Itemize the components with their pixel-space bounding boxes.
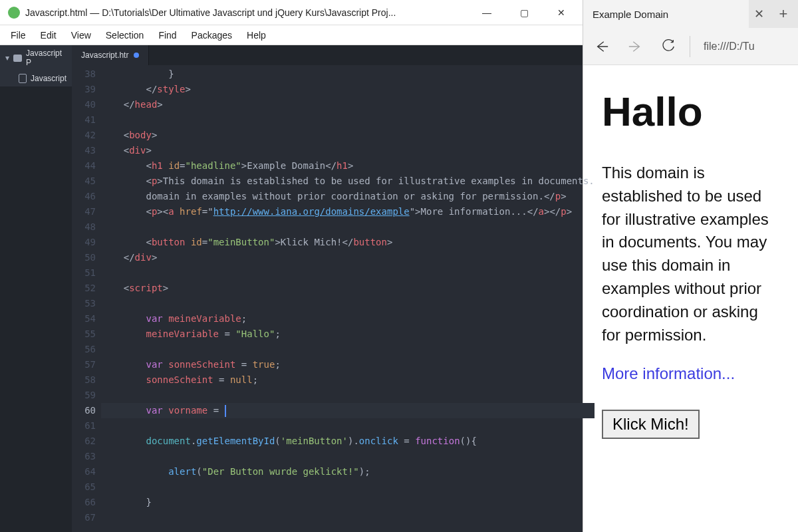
menu-find[interactable]: Find <box>152 27 183 43</box>
line-number: 50 <box>72 250 96 265</box>
code-line[interactable]: var meineVariable; <box>101 311 595 327</box>
token: Klick Mich! <box>281 237 342 247</box>
refresh-button[interactable] <box>656 35 680 59</box>
menu-packages[interactable]: Packages <box>185 27 239 43</box>
line-number: 60 <box>72 403 96 418</box>
code-line[interactable]: alert("Der Button wurde geklickt!"); <box>101 464 595 479</box>
code-content[interactable]: } </style> </head> <body> <div> <h1 id="… <box>101 65 595 532</box>
menu-edit[interactable]: Edit <box>34 27 63 43</box>
new-tab-button[interactable]: + <box>769 0 798 28</box>
token: domain in examples without prior coordin… <box>146 191 543 201</box>
token: var <box>146 405 162 416</box>
close-button[interactable]: ✕ <box>552 3 571 22</box>
menu-file[interactable]: File <box>4 27 33 43</box>
code-line[interactable]: <script> <box>101 281 595 296</box>
code-line[interactable] <box>101 265 595 281</box>
token: > <box>146 145 151 156</box>
code-line[interactable]: <div> <box>101 143 595 158</box>
token: < <box>146 237 151 247</box>
code-line[interactable]: var vorname = <box>101 403 595 418</box>
klick-mich-button[interactable]: Klick Mich! <box>602 410 700 439</box>
code-line[interactable]: <body> <box>101 128 595 143</box>
project-root[interactable]: ▾ Javascript P <box>0 45 72 70</box>
code-line[interactable]: <h1 id="headline">Example Domain</h1> <box>101 158 595 174</box>
token: null <box>230 374 253 385</box>
menu-help[interactable]: Help <box>240 27 273 43</box>
code-line[interactable] <box>101 418 595 434</box>
token: = <box>241 359 247 370</box>
project-tree[interactable]: ▾ Javascript P Javascript <box>0 45 72 532</box>
menu-view[interactable]: View <box>65 27 98 43</box>
code-line[interactable] <box>101 449 595 464</box>
code-line[interactable]: meineVariable = "Hallo"; <box>101 327 595 342</box>
token: sonneScheint <box>146 374 213 385</box>
code-line[interactable]: <p><a href="http://www.iana.org/domains/… <box>101 204 595 219</box>
code-line[interactable]: domain in examples without prior coordin… <box>101 189 595 204</box>
browser-tab[interactable]: Example Domain <box>583 0 749 28</box>
code-line[interactable] <box>101 296 595 311</box>
chevron-icon: ▾ <box>5 53 9 63</box>
code-line[interactable] <box>101 342 595 357</box>
token: = <box>180 160 185 171</box>
code-line[interactable] <box>101 479 595 495</box>
token: style <box>157 84 185 94</box>
token: div <box>129 145 146 156</box>
rendered-page: Hallo This domain is established to be u… <box>583 65 798 532</box>
token: > <box>185 84 190 94</box>
minimize-button[interactable]: — <box>477 3 496 22</box>
token: script <box>129 283 163 293</box>
tree-file[interactable]: Javascript <box>0 70 72 86</box>
code-line[interactable]: <button id="meinButton">Klick Mich!</but… <box>101 235 595 250</box>
code-line[interactable] <box>101 510 595 525</box>
token: p <box>561 206 566 217</box>
forward-button[interactable] <box>623 35 647 59</box>
code-line[interactable]: sonneScheint = null; <box>101 372 595 388</box>
token: function <box>415 436 460 446</box>
code-line[interactable]: </head> <box>101 97 595 112</box>
more-info-link[interactable]: More information... <box>602 364 735 382</box>
token: meineVariable <box>146 329 219 339</box>
code-editor[interactable]: 3839404142434445464748495051525354555657… <box>72 65 595 532</box>
token: </ <box>124 252 135 263</box>
code-line[interactable]: } <box>101 66 595 82</box>
token: </ <box>342 237 354 247</box>
titlebar: Javascript.html — D:\Tutorials\Der Ultim… <box>0 0 583 25</box>
refresh-icon <box>661 39 676 54</box>
token: = <box>202 237 207 247</box>
code-line[interactable]: var sonneScheint = true; <box>101 357 595 372</box>
token: ; <box>275 329 280 339</box>
token: } <box>168 68 174 79</box>
editor-tab[interactable]: Javascript.htr <box>72 45 149 65</box>
code-line[interactable]: </div> <box>101 250 595 265</box>
token: div <box>135 252 152 263</box>
token: id <box>191 237 202 247</box>
code-line[interactable]: <p>This domain is established to be used… <box>101 174 595 189</box>
back-button[interactable] <box>590 35 614 59</box>
code-line[interactable] <box>101 219 595 235</box>
token <box>235 359 241 370</box>
tab-close-icon[interactable]: ✕ <box>749 0 769 28</box>
token: head <box>135 99 158 110</box>
code-line[interactable]: </style> <box>101 82 595 97</box>
window-controls: — ▢ ✕ <box>477 3 580 22</box>
line-number: 47 <box>72 204 96 219</box>
code-line[interactable]: document.getElementById('meinButton').on… <box>101 434 595 449</box>
code-line[interactable] <box>101 112 595 128</box>
tab-label: Javascript.htr <box>81 51 128 60</box>
token: > <box>152 252 157 263</box>
token: > <box>163 283 168 293</box>
line-number: 55 <box>72 327 96 342</box>
code-line[interactable]: } <box>101 495 595 510</box>
token <box>225 374 230 385</box>
token: id <box>168 160 180 171</box>
maximize-button[interactable]: ▢ <box>515 3 533 22</box>
address-bar[interactable]: file:///D:/Tu <box>700 41 791 53</box>
token: href <box>180 206 202 217</box>
arrow-left-icon <box>595 39 609 54</box>
token: > <box>275 237 280 247</box>
token: (){ <box>460 436 477 446</box>
token: "Hallo" <box>235 329 275 339</box>
menu-selection[interactable]: Selection <box>99 27 151 43</box>
code-line[interactable] <box>101 388 595 403</box>
token: > <box>157 99 162 110</box>
